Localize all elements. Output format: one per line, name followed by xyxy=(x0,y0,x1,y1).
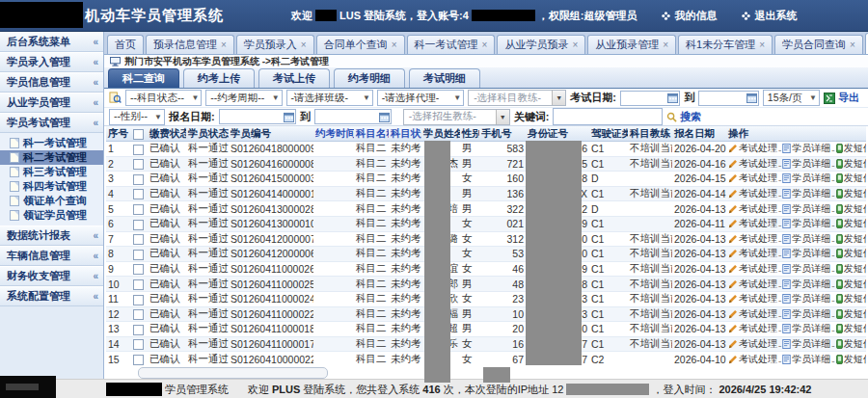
send-sms-link[interactable]: 发短信 xyxy=(836,217,866,230)
chevron-collapse-icon[interactable]: « xyxy=(93,37,98,47)
cell-subject[interactable]: 科目二 xyxy=(354,216,389,231)
sidebar-section-2[interactable]: 学员信息管理« xyxy=(0,72,103,93)
sidebar-item-4[interactable]: 领证单个查询 xyxy=(0,194,103,208)
exam-process-link[interactable]: 考试处理 xyxy=(728,278,777,291)
cell-subject[interactable]: 科目二 xyxy=(354,172,389,187)
page-size-select[interactable]: 15条/页▼ xyxy=(763,90,820,106)
student-detail-link[interactable]: 学员详细 xyxy=(782,292,830,305)
cell-subject[interactable]: 科目二 xyxy=(354,322,389,337)
cell-subject-state[interactable]: 未约考 xyxy=(389,261,421,277)
tab-close-icon[interactable]: × xyxy=(850,40,855,50)
sidebar-section-0[interactable]: 后台系统菜单« xyxy=(0,32,103,52)
scrollbar-thumb[interactable] xyxy=(138,367,328,379)
student-detail-link[interactable]: 学员详细 xyxy=(782,337,830,351)
tab-close-icon[interactable]: × xyxy=(221,40,227,50)
cell-subject[interactable]: 科目二 xyxy=(354,231,389,247)
send-sms-link[interactable]: 发短信 xyxy=(836,187,866,200)
exam-process-link[interactable]: 考试处理 xyxy=(728,262,777,276)
student-detail-link[interactable]: 学员详细 xyxy=(782,278,830,291)
cell-subject-state[interactable]: 未约考 xyxy=(389,156,421,172)
send-sms-link[interactable]: 发短信 xyxy=(836,278,866,291)
student-detail-link[interactable]: 学员详细 xyxy=(782,217,830,230)
sidebar-section-3[interactable]: 从业学员管理« xyxy=(0,93,103,113)
gender-select[interactable]: --性别--▼ xyxy=(109,109,165,125)
student-detail-link[interactable]: 学员详细 xyxy=(782,142,830,155)
student-detail-link[interactable]: 学员详细 xyxy=(782,187,830,200)
tab-3[interactable]: 合同单个查询× xyxy=(316,35,405,54)
tab-close-icon[interactable]: × xyxy=(482,40,488,50)
tab-2[interactable]: 学员预录入× xyxy=(236,35,314,54)
chevron-collapse-icon[interactable]: « xyxy=(93,77,98,88)
calendar-icon[interactable] xyxy=(379,112,390,122)
exam-process-link[interactable]: 考试处理 xyxy=(728,322,777,335)
tab-7[interactable]: 科1未分车管理× xyxy=(678,35,773,54)
exam-process-link[interactable]: 考试处理 xyxy=(728,142,777,155)
logout-link[interactable]: 退出系统 xyxy=(742,9,797,23)
subtab-0[interactable]: 科二查询 xyxy=(108,68,179,88)
send-sms-link[interactable]: 发短信 xyxy=(836,202,866,216)
row-checkbox[interactable] xyxy=(133,234,144,245)
tab-4[interactable]: 科一考试管理× xyxy=(407,35,496,54)
cell-subject-state[interactable]: 未约考 xyxy=(389,172,421,187)
search-button[interactable]: 搜索 xyxy=(666,110,701,124)
sidebar-section-bottom-1[interactable]: 车辆信息管理« xyxy=(0,246,103,266)
send-sms-link[interactable]: 发短信 xyxy=(836,307,866,321)
select-all-checkbox[interactable] xyxy=(133,129,144,140)
cell-subject-state[interactable]: 未约考 xyxy=(389,142,421,157)
exam-date-start-input[interactable] xyxy=(620,91,681,106)
cell-subject-state[interactable]: 未约考 xyxy=(389,201,421,217)
student-detail-link[interactable]: 学员详细 xyxy=(782,307,830,321)
agent-select[interactable]: -请选择代理-▼ xyxy=(377,90,464,106)
tab-5[interactable]: 从业学员预录× xyxy=(497,35,585,54)
cell-subject-state[interactable]: 未约考 xyxy=(389,277,421,292)
row-checkbox[interactable] xyxy=(133,355,144,365)
subject-state-select[interactable]: --科目状态--▼ xyxy=(125,90,202,106)
cell-subject[interactable]: 科目二 xyxy=(354,291,389,306)
col-header-6[interactable]: 科目名称 xyxy=(354,126,389,142)
student-detail-link[interactable]: 学员详细 xyxy=(782,322,830,335)
chevron-collapse-icon[interactable]: « xyxy=(93,97,98,108)
col-header-5[interactable]: 约考时间 xyxy=(313,126,354,142)
exam-process-link[interactable]: 考试处理 xyxy=(728,353,777,366)
send-sms-link[interactable]: 发短信 xyxy=(836,337,866,351)
student-detail-link[interactable]: 学员详细 xyxy=(782,353,830,366)
sidebar-item-0[interactable]: 科一考试管理 xyxy=(0,136,103,150)
subject-coach-combobox[interactable]: -选择科目教练-▼ xyxy=(468,90,566,106)
row-checkbox[interactable] xyxy=(133,220,144,230)
calendar-icon[interactable] xyxy=(746,93,757,103)
cell-subject[interactable]: 科目二 xyxy=(354,277,389,292)
cell-subject[interactable]: 科目二 xyxy=(354,261,389,277)
exam-process-link[interactable]: 考试处理 xyxy=(728,232,777,246)
exam-process-link[interactable]: 考试处理 xyxy=(728,307,777,321)
send-sms-link[interactable]: 发短信 xyxy=(836,142,866,155)
exam-process-link[interactable]: 考试处理 xyxy=(728,337,777,351)
send-sms-link[interactable]: 发短信 xyxy=(836,157,866,171)
tab-1[interactable]: 预录信息管理× xyxy=(146,35,234,54)
exam-date-end-input[interactable] xyxy=(698,91,759,106)
chevron-down-icon[interactable]: ▼ xyxy=(496,110,509,124)
exam-process-link[interactable]: 考试处理 xyxy=(728,187,777,200)
sidebar-item-5[interactable]: 领证学员管理 xyxy=(0,208,103,223)
tab-close-icon[interactable]: × xyxy=(301,40,307,50)
exam-process-link[interactable]: 考试处理 xyxy=(728,157,777,171)
row-checkbox[interactable] xyxy=(133,279,144,290)
reg-date-start-input[interactable] xyxy=(219,109,296,124)
sidebar-item-2[interactable]: 科三考试管理 xyxy=(0,165,103,179)
sidebar-item-3[interactable]: 科四考试管理 xyxy=(0,179,103,194)
cell-subject[interactable]: 科目二 xyxy=(354,336,389,352)
subtab-2[interactable]: 考试上传 xyxy=(258,68,330,88)
cell-subject-state[interactable]: 未约考 xyxy=(389,247,421,262)
chevron-collapse-icon[interactable]: « xyxy=(93,57,98,67)
send-sms-link[interactable]: 发短信 xyxy=(836,262,866,276)
row-checkbox[interactable] xyxy=(133,174,144,185)
row-checkbox[interactable] xyxy=(133,264,144,275)
col-header-7[interactable]: 科目状态 xyxy=(389,126,421,142)
tab-8[interactable]: 学员合同查询× xyxy=(774,35,863,54)
student-detail-link[interactable]: 学员详细 xyxy=(782,262,830,276)
row-checkbox[interactable] xyxy=(133,250,144,260)
row-checkbox[interactable] xyxy=(133,204,144,215)
exam-process-link[interactable]: 考试处理 xyxy=(728,292,777,305)
appt-cycle-select[interactable]: --约考周期--▼ xyxy=(205,90,282,106)
tab-close-icon[interactable]: × xyxy=(392,40,397,50)
subtab-1[interactable]: 约考上传 xyxy=(183,68,255,88)
